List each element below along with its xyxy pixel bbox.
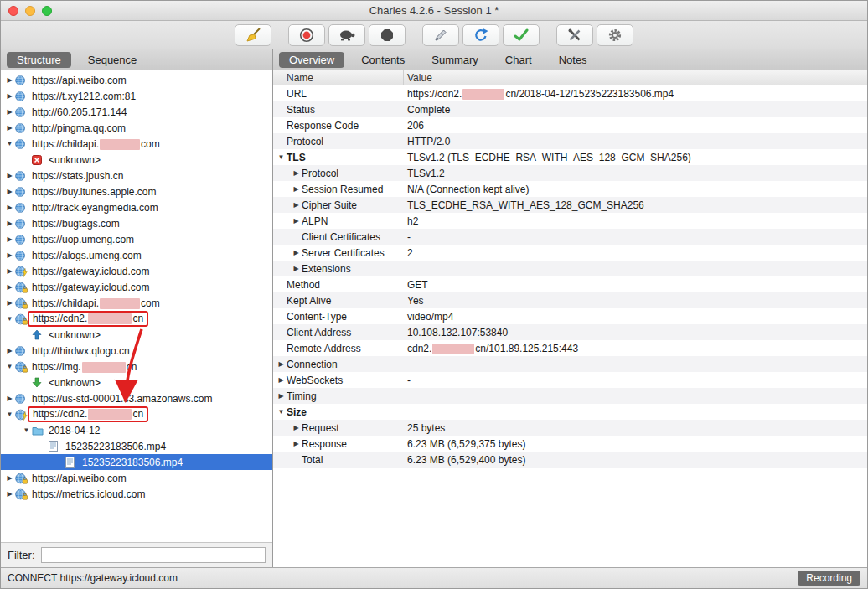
- overview-row[interactable]: ▶ProtocolTLSv1.2: [273, 165, 867, 181]
- tree-item[interactable]: ▼https://childapi.com: [1, 136, 272, 152]
- disclosure-triangle[interactable]: ▼: [276, 153, 287, 161]
- disclosure-triangle[interactable]: ▼: [4, 315, 15, 323]
- disclosure-triangle[interactable]: ▶: [4, 395, 15, 402]
- overview-row[interactable]: ▶Session ResumedN/A (Connection kept ali…: [273, 181, 867, 197]
- tree-item[interactable]: ▶https://metrics.icloud.com: [1, 486, 272, 502]
- disclosure-triangle[interactable]: ▶: [276, 360, 287, 368]
- tree-item[interactable]: <unknown>: [1, 375, 272, 390]
- tree-item[interactable]: ▶http://track.eyangmedia.com: [1, 199, 272, 215]
- tree-item[interactable]: ▶http://60.205.171.144: [1, 104, 272, 120]
- overview-row[interactable]: ▼Size: [273, 404, 867, 420]
- disclosure-triangle[interactable]: ▶: [4, 92, 15, 100]
- clear-session-button[interactable]: [235, 24, 271, 46]
- tree-item[interactable]: ▶https://stats.jpush.cn: [1, 168, 272, 183]
- overview-row[interactable]: Client Address10.108.132.107:53840: [273, 324, 867, 340]
- overview-row[interactable]: ▶Server Certificates2: [273, 245, 867, 261]
- tree-item[interactable]: ▼https://img.cn: [1, 359, 272, 375]
- overview-row[interactable]: Client Certificates-: [273, 229, 867, 245]
- tree-item[interactable]: ▶https://gateway.icloud.com: [1, 263, 272, 279]
- tree-item[interactable]: <unknown>: [1, 327, 272, 343]
- record-button[interactable]: [288, 24, 325, 46]
- tree-item[interactable]: ▼https://cdn2.cn: [1, 406, 272, 422]
- overview-row[interactable]: Response Code206: [273, 117, 867, 133]
- overview-row[interactable]: Kept AliveYes: [273, 292, 867, 308]
- column-header-name[interactable]: Name: [273, 70, 404, 85]
- disclosure-triangle[interactable]: ▶: [4, 204, 15, 211]
- disclosure-triangle[interactable]: ▶: [4, 347, 15, 354]
- disclosure-triangle[interactable]: ▶: [4, 235, 15, 243]
- disclosure-triangle[interactable]: ▶: [4, 220, 15, 227]
- overview-row[interactable]: URLhttps://cdn2.cn/2018-04-12/1523522318…: [273, 85, 867, 101]
- disclosure-triangle[interactable]: ▶: [4, 188, 15, 195]
- tab-sequence[interactable]: Sequence: [78, 52, 147, 68]
- tab-notes[interactable]: Notes: [549, 52, 597, 68]
- tab-structure[interactable]: Structure: [7, 52, 71, 68]
- settings-button[interactable]: [597, 24, 633, 46]
- tree-item[interactable]: ▶https://buy.itunes.apple.com: [1, 183, 272, 199]
- breakpoints-button[interactable]: [369, 24, 406, 46]
- tree-item[interactable]: ▶https://api.weibo.com: [1, 470, 272, 486]
- tree-item[interactable]: ▶https://t.xy1212.com:81: [1, 88, 272, 104]
- disclosure-triangle[interactable]: ▶: [291, 217, 302, 225]
- overview-row[interactable]: ProtocolHTTP/2.0: [273, 133, 867, 149]
- overview-row[interactable]: ▼TLSTLSv1.2 (TLS_ECDHE_RSA_WITH_AES_128_…: [273, 149, 867, 165]
- tools-button[interactable]: [556, 24, 593, 46]
- overview-row[interactable]: StatusComplete: [273, 101, 867, 117]
- disclosure-triangle[interactable]: ▶: [291, 265, 302, 272]
- tree-item[interactable]: ▼2018-04-12: [1, 422, 272, 438]
- column-header-value[interactable]: Value: [404, 72, 867, 84]
- disclosure-triangle[interactable]: ▶: [4, 172, 15, 179]
- overview-row[interactable]: ▶ALPNh2: [273, 213, 867, 229]
- disclosure-triangle[interactable]: ▶: [4, 267, 15, 275]
- tree-item[interactable]: <unknown>: [1, 152, 272, 168]
- overview-row[interactable]: Remote Addresscdn2.cn/101.89.125.215:443: [273, 340, 867, 356]
- disclosure-triangle[interactable]: ▶: [291, 424, 302, 431]
- disclosure-triangle[interactable]: ▶: [291, 185, 302, 193]
- tab-contents[interactable]: Contents: [351, 52, 415, 68]
- disclosure-triangle[interactable]: ▶: [4, 124, 15, 132]
- tree-item[interactable]: ▼https://cdn2.cn: [1, 311, 272, 327]
- overview-row[interactable]: ▶Cipher SuiteTLS_ECDHE_RSA_WITH_AES_128_…: [273, 197, 867, 213]
- zoom-window-button[interactable]: [42, 6, 52, 16]
- disclosure-triangle[interactable]: ▶: [291, 440, 302, 447]
- overview-row[interactable]: ▶Response6.23 MB (6,529,375 bytes): [273, 436, 867, 452]
- disclosure-triangle[interactable]: ▶: [276, 376, 287, 384]
- tree-item[interactable]: ▶https://uop.umeng.com: [1, 231, 272, 247]
- tab-overview[interactable]: Overview: [279, 52, 344, 68]
- filter-input[interactable]: [41, 547, 266, 563]
- tree-item[interactable]: ▶https://gateway.icloud.com: [1, 279, 272, 295]
- overview-row[interactable]: ▶Connection: [273, 356, 867, 372]
- compose-button[interactable]: [422, 24, 459, 46]
- tree-item[interactable]: ▶http://thirdwx.qlogo.cn: [1, 343, 272, 359]
- disclosure-triangle[interactable]: ▼: [4, 411, 15, 418]
- overview-row[interactable]: ▶Timing: [273, 388, 867, 404]
- disclosure-triangle[interactable]: ▶: [4, 283, 15, 291]
- disclosure-triangle[interactable]: ▼: [276, 408, 287, 416]
- tree-item[interactable]: ▶http://pingma.qq.com: [1, 120, 272, 136]
- overview-row[interactable]: Total6.23 MB (6,529,400 bytes): [273, 452, 867, 468]
- disclosure-triangle[interactable]: ▶: [291, 249, 302, 256]
- overview-row[interactable]: ▶Request25 bytes: [273, 420, 867, 436]
- overview-row[interactable]: ▶WebSockets-: [273, 372, 867, 388]
- disclosure-triangle[interactable]: ▶: [4, 108, 15, 116]
- disclosure-triangle[interactable]: ▼: [4, 363, 15, 370]
- tree-item[interactable]: ▶https://alogs.umeng.com: [1, 247, 272, 263]
- disclosure-triangle[interactable]: ▼: [4, 140, 15, 147]
- tree-item[interactable]: ▶https://bugtags.com: [1, 215, 272, 231]
- tree-item[interactable]: 15235223183506.mp4: [1, 454, 272, 470]
- tree-item[interactable]: ▶https://us-std-00001.s3.amazonaws.com: [1, 390, 272, 406]
- recording-badge[interactable]: Recording: [798, 571, 860, 586]
- overview-row[interactable]: ▶Extensions: [273, 261, 867, 276]
- disclosure-triangle[interactable]: ▶: [4, 76, 15, 84]
- tree-item[interactable]: ▶https://api.weibo.com: [1, 72, 272, 88]
- tab-chart[interactable]: Chart: [495, 52, 542, 68]
- tree-item[interactable]: 15235223183506.mp4: [1, 438, 272, 454]
- close-window-button[interactable]: [8, 6, 18, 16]
- minimize-window-button[interactable]: [25, 6, 35, 16]
- validate-button[interactable]: [503, 24, 540, 46]
- throttle-button[interactable]: [328, 24, 365, 46]
- tree-item[interactable]: ▶https://childapi.com: [1, 295, 272, 311]
- disclosure-triangle[interactable]: ▶: [4, 299, 15, 307]
- disclosure-triangle[interactable]: ▶: [291, 201, 302, 209]
- disclosure-triangle[interactable]: ▶: [276, 392, 287, 400]
